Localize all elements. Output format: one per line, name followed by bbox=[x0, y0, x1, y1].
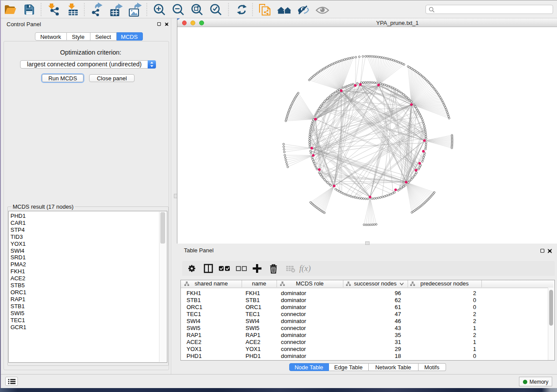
svg-text:f(x): f(x) bbox=[299, 264, 311, 273]
